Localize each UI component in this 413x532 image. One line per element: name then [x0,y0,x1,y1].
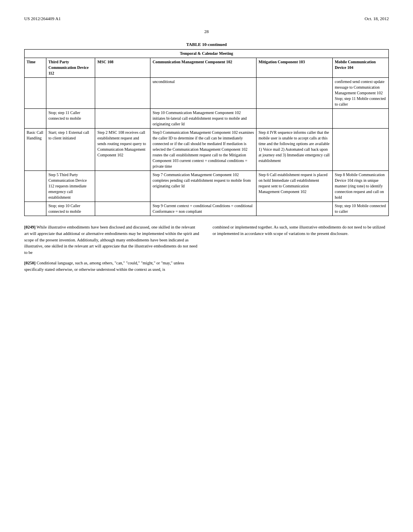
col-header-mcd104: Mobile Communication Device 104 [333,58,389,78]
patent-date: Oct. 18, 2012 [365,16,389,21]
column-header-row: Time Third Party Communication Device 11… [25,58,389,78]
para-left-text-0249: While illustrative embodiments have been… [24,225,199,255]
cell-col4-3: Step 7 Communication Management Componen… [150,171,257,202]
table-row: Step 5 Third Party Communication Device … [25,171,389,202]
col-header-cmc102: Communication Management Component 102 [150,58,257,78]
page-number: 28 [24,29,389,34]
cell-col2-3: Step 5 Third Party Communication Device … [46,171,95,202]
cell-col5-3: Step 6 Call establishment request is pla… [256,171,332,202]
cell-col4-4: Step 9 Current context = conditional Con… [150,202,257,216]
cell-col4-1: Step 10 Communication Management Compone… [150,109,257,129]
paragraph-row-0249: [0249] While illustrative embodiments ha… [24,224,389,256]
table-row: unconditional confirmed send context upd… [25,78,389,109]
cell-time-0 [25,78,46,109]
col-header-msc108: MSC 108 [95,58,150,78]
main-table: Temporal & Calendar Meeting Time Third P… [24,49,389,216]
cell-col6-3: Step 8 Mobile Communication Device 104 r… [333,171,389,202]
patent-number: US 2012/264409 A1 [24,16,60,21]
table-spanning-header-row: Temporal & Calendar Meeting [25,50,389,58]
cell-col4-2: Step3 Communication Management Component… [150,129,257,171]
cell-col5-4 [256,202,332,216]
table-row: Stop; step 10 Caller connected to mobile… [25,202,389,216]
col-header-device112: Third Party Communication Device 112 [46,58,95,78]
cell-time-2: Basic Call Handling [25,129,46,171]
cell-time-4 [25,202,46,216]
para-left-0249: [0249] While illustrative embodiments ha… [24,224,200,256]
cell-col6-0: confirmed send context update message to… [333,78,389,109]
para-left-text-0250: Conditional language, such as, among oth… [24,261,184,272]
cell-col3-4 [95,202,150,216]
table-title: TABLE 10-continued [24,42,389,47]
para-right-0249: combined or implemented together. As suc… [213,224,389,256]
cell-col3-3 [95,171,150,202]
table-spanning-header: Temporal & Calendar Meeting [25,50,389,58]
cell-col5-1 [256,109,332,129]
para-right-text-0249: combined or implemented together. As suc… [213,225,385,236]
para-number-0249: [0249] [24,225,35,229]
body-text-section: [0249] While illustrative embodiments ha… [24,224,389,272]
cell-col2-2: Start; step 1 External call to client in… [46,129,95,171]
para-left-0250: [0250] Conditional language, such as, am… [24,260,200,273]
cell-col2-4: Stop; step 10 Caller connected to mobile [46,202,95,216]
paragraph-row-0250: [0250] Conditional language, such as, am… [24,260,389,273]
page-header: US 2012/264409 A1 Oct. 18, 2012 [24,16,389,21]
cell-col2-1: Stop; step 11 Caller connected to mobile [46,109,95,129]
cell-col4-0: unconditional [150,78,257,109]
para-right-0250 [213,260,389,273]
cell-col6-2 [333,129,389,171]
cell-col3-2: Step 2 MSC 108 receives call establishme… [95,129,150,171]
cell-col6-1 [333,109,389,129]
col-header-mit103: Mitigation Component 103 [256,58,332,78]
cell-col3-0 [95,78,150,109]
cell-col5-2: Step 4 IVR sequence informs caller that … [256,129,332,171]
cell-col6-4: Stop; step 10 Mobile connected to caller [333,202,389,216]
col-header-time: Time [25,58,46,78]
cell-col2-0 [46,78,95,109]
table-row: Stop; step 11 Caller connected to mobile… [25,109,389,129]
cell-col5-0 [256,78,332,109]
table-row: Basic Call Handling Start; step 1 Extern… [25,129,389,171]
para-number-0250: [0250] [24,261,35,265]
cell-time-3 [25,171,46,202]
cell-time-1 [25,109,46,129]
cell-col3-1 [95,109,150,129]
